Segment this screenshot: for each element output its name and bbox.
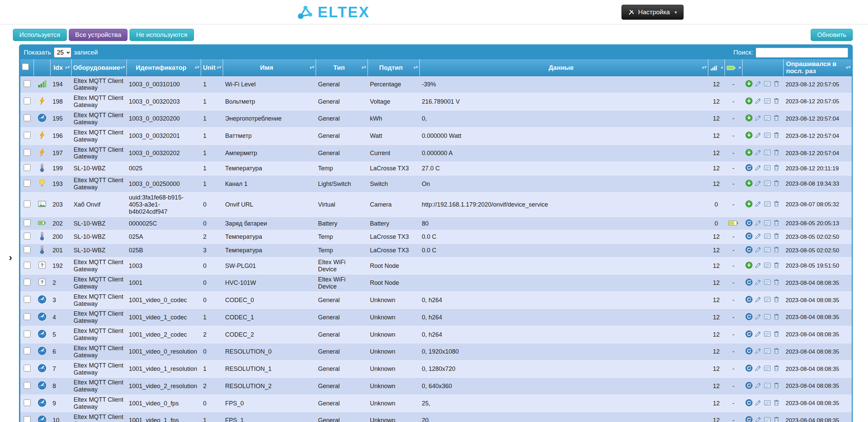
- sidebar-expand-arrow[interactable]: ›: [9, 252, 12, 262]
- edit-icon[interactable]: [754, 278, 762, 286]
- row-checkbox[interactable]: [24, 382, 31, 389]
- col-unit[interactable]: Unit▴▾: [201, 59, 223, 76]
- device-row[interactable]: 10Eltex MQTT Client Gateway1001_video_1_…: [20, 412, 852, 422]
- card-icon[interactable]: [764, 399, 771, 406]
- device-row[interactable]: 199SL-10-WBZ00251ТемператураTempLaCrosse…: [20, 162, 852, 175]
- card-icon[interactable]: [764, 200, 771, 208]
- select-all-checkbox[interactable]: [22, 63, 29, 70]
- card-icon[interactable]: [764, 246, 771, 253]
- refresh-device-icon[interactable]: [745, 364, 753, 372]
- poll-device-icon[interactable]: [745, 97, 753, 105]
- edit-icon[interactable]: [754, 149, 762, 156]
- refresh-device-icon[interactable]: [745, 232, 753, 240]
- trash-icon[interactable]: [773, 80, 780, 87]
- trash-icon[interactable]: [773, 114, 780, 122]
- edit-icon[interactable]: [754, 97, 762, 105]
- poll-device-icon[interactable]: [745, 114, 753, 122]
- poll-device-icon[interactable]: [745, 149, 753, 156]
- trash-icon[interactable]: [773, 399, 780, 406]
- card-icon[interactable]: [764, 164, 771, 171]
- row-checkbox[interactable]: [24, 331, 31, 337]
- card-icon[interactable]: [764, 97, 771, 105]
- filter-used-button[interactable]: Используется: [13, 29, 67, 41]
- refresh-device-icon[interactable]: [745, 313, 753, 320]
- row-checkbox[interactable]: [24, 180, 31, 187]
- trash-icon[interactable]: [773, 364, 780, 372]
- trash-icon[interactable]: [773, 97, 780, 105]
- row-checkbox[interactable]: [24, 219, 31, 226]
- device-row[interactable]: 194Eltex MQTT Client Gateway1003_0_00310…: [20, 76, 852, 93]
- settings-button[interactable]: Настройка ▾: [622, 5, 684, 20]
- row-checkbox[interactable]: [24, 347, 31, 354]
- edit-icon[interactable]: [754, 261, 762, 269]
- device-row[interactable]: 198Eltex MQTT Client Gateway1003_0_00320…: [20, 93, 852, 110]
- card-icon[interactable]: [764, 131, 771, 139]
- row-checkbox[interactable]: [24, 233, 31, 239]
- edit-icon[interactable]: [754, 296, 762, 303]
- device-row[interactable]: 197Eltex MQTT Client Gateway1003_0_00320…: [20, 145, 852, 162]
- edit-icon[interactable]: [754, 114, 762, 122]
- filter-unused-button[interactable]: Не используются: [130, 29, 194, 41]
- refresh-device-icon[interactable]: [745, 219, 753, 227]
- trash-icon[interactable]: [773, 131, 780, 139]
- poll-device-icon[interactable]: [745, 131, 753, 139]
- device-row[interactable]: 196Eltex MQTT Client Gateway1003_0_00320…: [20, 127, 852, 145]
- edit-icon[interactable]: [754, 313, 762, 320]
- device-row[interactable]: 202SL-10-WBZ0000025C0Заряд батареиBatter…: [20, 217, 852, 230]
- col-identifier[interactable]: Идентификатор▴▾: [126, 59, 201, 76]
- row-checkbox[interactable]: [24, 149, 31, 156]
- edit-icon[interactable]: [754, 180, 762, 187]
- edit-icon[interactable]: [754, 347, 762, 355]
- edit-icon[interactable]: [754, 200, 762, 208]
- trash-icon[interactable]: [773, 382, 780, 389]
- edit-icon[interactable]: [754, 80, 762, 87]
- trash-icon[interactable]: [773, 219, 780, 227]
- filter-all-devices-button[interactable]: Все устройства: [69, 29, 128, 41]
- edit-icon[interactable]: [754, 416, 762, 422]
- card-icon[interactable]: [764, 180, 771, 187]
- device-row[interactable]: 203Хаб Onvifuuid:3fa1fe68-b915-4053-a3e1…: [20, 192, 852, 217]
- row-checkbox[interactable]: [24, 262, 31, 269]
- device-row[interactable]: 200SL-10-WBZ025A2ТемператураTempLaCrosse…: [20, 230, 852, 244]
- row-checkbox[interactable]: [24, 246, 31, 253]
- card-icon[interactable]: [764, 382, 771, 389]
- card-icon[interactable]: [764, 80, 771, 87]
- refresh-device-icon[interactable]: [745, 399, 753, 406]
- poll-device-icon[interactable]: [745, 261, 753, 269]
- row-checkbox[interactable]: [24, 80, 31, 87]
- card-icon[interactable]: [764, 114, 771, 122]
- card-icon[interactable]: [764, 364, 771, 372]
- trash-icon[interactable]: [773, 330, 780, 338]
- refresh-device-icon[interactable]: [745, 347, 753, 355]
- device-row[interactable]: 4Eltex MQTT Client Gateway1001_video_1_c…: [20, 309, 852, 326]
- refresh-device-icon[interactable]: [745, 416, 753, 422]
- col-idx[interactable]: Idx▴▾: [50, 59, 71, 76]
- edit-icon[interactable]: [754, 364, 762, 372]
- col-subtype[interactable]: Подтип▴▾: [368, 59, 419, 76]
- edit-icon[interactable]: [754, 399, 762, 406]
- card-icon[interactable]: [764, 261, 771, 269]
- row-checkbox[interactable]: [24, 279, 31, 286]
- card-icon[interactable]: [764, 219, 771, 227]
- trash-icon[interactable]: [773, 261, 780, 269]
- card-icon[interactable]: [764, 347, 771, 355]
- row-checkbox[interactable]: [24, 296, 31, 303]
- edit-icon[interactable]: [754, 131, 762, 139]
- device-row[interactable]: 3Eltex MQTT Client Gateway1001_video_0_c…: [20, 292, 852, 309]
- card-icon[interactable]: [764, 313, 771, 320]
- col-name[interactable]: Имя▴▾: [223, 59, 316, 76]
- col-last-polled[interactable]: Опрашивался в посл. раз▴▾: [783, 59, 852, 76]
- edit-icon[interactable]: [754, 219, 762, 227]
- trash-icon[interactable]: [773, 246, 780, 253]
- refresh-device-icon[interactable]: [745, 246, 753, 253]
- poll-device-icon[interactable]: [745, 180, 753, 187]
- device-row[interactable]: 5Eltex MQTT Client Gateway1001_video_2_c…: [20, 326, 852, 343]
- card-icon[interactable]: [764, 416, 771, 422]
- row-checkbox[interactable]: [24, 132, 31, 139]
- refresh-button[interactable]: Обновить: [811, 29, 853, 41]
- search-input[interactable]: [756, 48, 848, 58]
- trash-icon[interactable]: [773, 296, 780, 303]
- col-equipment[interactable]: Оборудование▴▾: [71, 59, 126, 76]
- device-row[interactable]: 9Eltex MQTT Client Gateway1001_video_0_f…: [20, 395, 852, 412]
- row-checkbox[interactable]: [24, 201, 31, 207]
